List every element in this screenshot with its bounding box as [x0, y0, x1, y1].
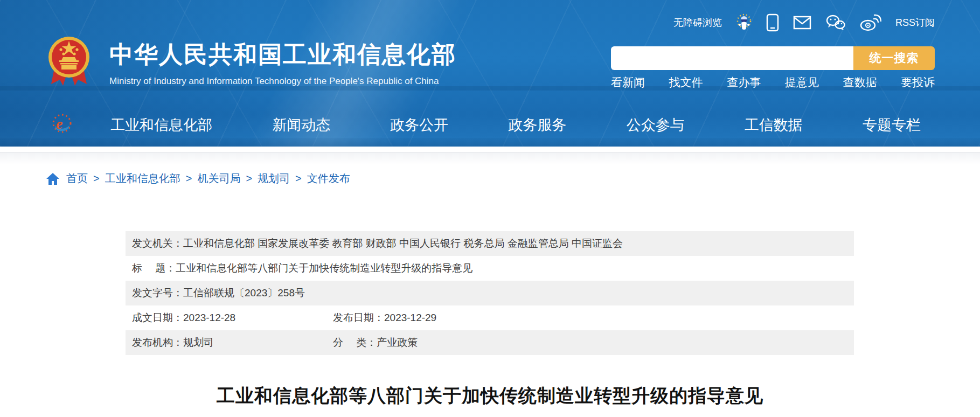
- meta-value: 2023-12-28: [183, 312, 235, 323]
- weibo-icon[interactable]: [860, 14, 881, 31]
- site-header: 无障碍浏览: [0, 0, 980, 147]
- nav-item-1[interactable]: 工业和信息化部: [110, 115, 212, 135]
- accessibility-link[interactable]: 无障碍浏览: [673, 16, 722, 29]
- breadcrumb-item-4[interactable]: 规划司: [258, 171, 290, 186]
- quick-link-2[interactable]: 找文件: [669, 75, 703, 90]
- header-bottom-band: [0, 138, 980, 147]
- nav-item-4[interactable]: 政务服务: [508, 115, 566, 135]
- rss-link[interactable]: RSS订阅: [895, 16, 935, 29]
- quick-link-6[interactable]: 要投诉: [901, 75, 935, 90]
- nav-item-2[interactable]: 新闻动态: [272, 115, 330, 135]
- quick-link-3[interactable]: 查办事: [727, 75, 761, 90]
- robot-mascot-icon[interactable]: [736, 13, 752, 32]
- article-title: 工业和信息化部等八部门关于加快传统制造业转型升级的指导意见: [0, 384, 980, 408]
- meta-row-3: 发文字号：工信部联规〔2023〕258号: [126, 281, 854, 305]
- breadcrumb-separator: >: [93, 172, 100, 185]
- breadcrumb-separator: >: [295, 172, 302, 185]
- meta-row-5: 发布机构：规划司分 类：产业政策: [126, 330, 854, 355]
- nav-item-6[interactable]: 工信数据: [745, 115, 803, 135]
- mail-icon[interactable]: [793, 16, 811, 30]
- breadcrumb: 首页>工业和信息化部>机关司局>规划司>文件发布: [46, 171, 350, 186]
- meta-value: 工业和信息化部 国家发展改革委 教育部 财政部 中国人民银行 税务总局 金融监管…: [183, 238, 623, 249]
- meta-value: 规划司: [183, 337, 214, 348]
- meta-cell: 成文日期：2023-12-28: [132, 312, 235, 323]
- meta-value: 2023-12-29: [384, 312, 436, 323]
- meta-cell: 分 类：产业政策: [333, 330, 418, 355]
- meta-row-4: 成文日期：2023-12-28发布日期：2023-12-29: [126, 305, 854, 330]
- quick-link-5[interactable]: 查数据: [843, 75, 877, 90]
- nav-item-7[interactable]: 专题专栏: [863, 115, 921, 135]
- search-input[interactable]: [611, 46, 853, 70]
- site-subtitle: Ministry of Industry and Information Tec…: [109, 76, 456, 87]
- mobile-icon[interactable]: [766, 13, 779, 32]
- quick-link-4[interactable]: 提意见: [785, 75, 819, 90]
- meta-cell: 标 题：工业和信息化部等八部门关于加快传统制造业转型升级的指导意见: [132, 262, 472, 274]
- breadcrumb-item-2[interactable]: 工业和信息化部: [105, 171, 180, 186]
- meta-label: 标 题：: [132, 262, 176, 274]
- meta-label: 成文日期：: [132, 312, 183, 323]
- miit-e-logo-icon: e: [51, 112, 73, 135]
- meta-label: 发文字号：: [132, 287, 183, 298]
- breadcrumb-separator: >: [246, 172, 252, 185]
- home-icon[interactable]: [46, 172, 60, 185]
- nav-item-5[interactable]: 公众参与: [627, 115, 685, 135]
- breadcrumb-separator: >: [186, 172, 192, 185]
- meta-cell: 发文字号：工信部联规〔2023〕258号: [132, 287, 305, 298]
- header-fade-band: [0, 152, 980, 164]
- wechat-icon[interactable]: [825, 15, 846, 31]
- meta-label: 发布机构：: [132, 337, 183, 348]
- svg-text:e: e: [56, 115, 62, 132]
- site-title: 中华人民共和国工业和信息化部: [109, 39, 456, 71]
- meta-cell: 发布机构：规划司: [132, 337, 214, 348]
- meta-value: 工业和信息化部等八部门关于加快传统制造业转型升级的指导意见: [176, 262, 472, 274]
- quick-link-1[interactable]: 看新闻: [611, 75, 645, 90]
- meta-cell: 发布日期：2023-12-29: [333, 305, 436, 330]
- meta-cell: 发文机关：工业和信息化部 国家发展改革委 教育部 财政部 中国人民银行 税务总局…: [132, 238, 623, 249]
- meta-value: 产业政策: [377, 337, 418, 348]
- utility-bar: 无障碍浏览: [673, 13, 935, 32]
- national-emblem: [47, 34, 91, 88]
- unified-search-button[interactable]: 统一搜索: [853, 46, 935, 70]
- brand: 中华人民共和国工业和信息化部 Ministry of Industry and …: [109, 39, 456, 87]
- document-meta-table: 发文机关：工业和信息化部 国家发展改革委 教育部 财政部 中国人民银行 税务总局…: [126, 231, 854, 355]
- main-nav: 工业和信息化部新闻动态政务公开政务服务公众参与工信数据专题专栏: [110, 115, 921, 135]
- breadcrumb-item-1[interactable]: 首页: [66, 171, 88, 186]
- meta-row-2: 标 题：工业和信息化部等八部门关于加快传统制造业转型升级的指导意见: [126, 256, 854, 281]
- nav-item-3[interactable]: 政务公开: [390, 115, 448, 135]
- meta-value: 工信部联规〔2023〕258号: [183, 287, 305, 298]
- breadcrumb-item-5[interactable]: 文件发布: [307, 171, 350, 186]
- meta-label: 发文机关：: [132, 238, 183, 249]
- breadcrumb-item-3[interactable]: 机关司局: [197, 171, 240, 186]
- meta-row-1: 发文机关：工业和信息化部 国家发展改革委 教育部 财政部 中国人民银行 税务总局…: [126, 231, 854, 256]
- meta-label: 分 类：: [333, 337, 377, 348]
- quick-links: 看新闻找文件查办事提意见查数据要投诉: [611, 75, 935, 90]
- meta-label: 发布日期：: [333, 312, 384, 323]
